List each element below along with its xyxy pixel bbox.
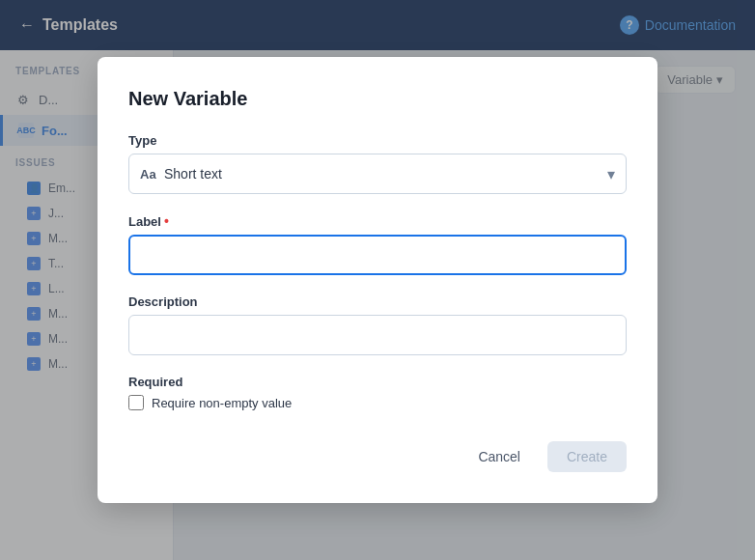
type-field-group: Type Aa Short text Long text Number Date… [128,133,627,194]
type-select-wrapper: Aa Short text Long text Number Date Bool… [128,154,627,194]
description-label: Description [128,294,627,309]
label-field-group: Label • [128,213,627,275]
cancel-button[interactable]: Cancel [462,441,536,472]
create-button[interactable]: Create [547,441,627,472]
new-variable-modal: New Variable Type Aa Short text Long tex… [98,57,657,503]
description-input[interactable] [128,315,627,355]
checkbox-group: Require non-empty value [128,395,627,410]
modal-title: New Variable [128,88,627,110]
description-field-group: Description [128,294,627,355]
label-input[interactable] [128,235,627,275]
require-nonempty-checkbox[interactable] [128,395,144,410]
checkbox-label[interactable]: Require non-empty value [152,396,292,410]
modal-footer: Cancel Create [128,441,627,472]
label-field-label: Label • [128,213,627,229]
required-field-group: Required Require non-empty value [128,375,627,410]
required-section-label: Required [128,375,627,389]
type-select[interactable]: Short text Long text Number Date Boolean [128,154,627,194]
required-indicator: • [164,213,169,229]
modal-overlay: New Variable Type Aa Short text Long tex… [0,0,755,560]
type-label: Type [128,133,627,148]
